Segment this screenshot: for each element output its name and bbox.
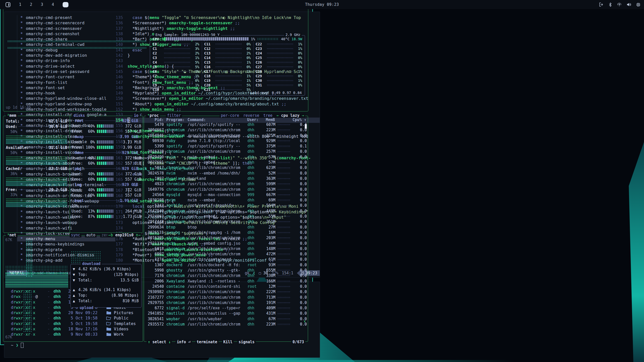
- process-row[interactable]: 2167277chromium/usr/lib/chromium/chromdh…: [146, 295, 306, 300]
- process-row[interactable]: 1307dockerd/usr/bin/dockerd -H fd:root93…: [146, 262, 306, 268]
- process-row[interactable]: 4923chromium/usr/lib/chromium/chromdhh59…: [146, 181, 306, 187]
- mem-graph: [6, 135, 67, 144]
- process-row[interactable]: 98930rubypuma 7.1.0 (tcp://localdhh929M0…: [146, 138, 306, 144]
- cpu-frequency: 2.9 GHz: [284, 33, 302, 37]
- workspace-4[interactable]: 4: [52, 2, 54, 7]
- workspace-2[interactable]: 2: [30, 2, 32, 7]
- cpu-core-row: C160%: [204, 65, 251, 69]
- process-row[interactable]: 6907chromium/usr/lib/chromium/chromdhh47…: [146, 252, 306, 257]
- disk-free-row: Free:60%557 GiB: [71, 161, 141, 166]
- process-row[interactable]: 3026541waybar/usr/bin/waybardhh67M0.0: [146, 316, 306, 322]
- cpu-core-row: C215%: [204, 87, 251, 92]
- terminal-cursor: [21, 343, 24, 348]
- process-row[interactable]: 2006XwaylandXwayland :1 -rootless -dhh16…: [146, 279, 306, 284]
- volume-icon[interactable]: [627, 3, 631, 7]
- net-tab[interactable]: ³net: [6, 233, 17, 237]
- process-row[interactable]: 3029490nvimnvim --embed .dhh57M0.0: [146, 155, 306, 160]
- cpu-core-row: C290%: [256, 74, 302, 78]
- process-row[interactable]: 2924063nvimnvim --embed .dhh55M0.0: [146, 214, 306, 219]
- mem-stat-percent: 33%: [6, 192, 67, 198]
- cpu-core-row: C101%: [153, 87, 199, 92]
- process-row[interactable]: 2941052nautilus/usr/bin/nautilus --gapdh…: [146, 311, 306, 316]
- mem-graph: [6, 177, 67, 186]
- process-row[interactable]: 3016305chromium/usr/lib/chromium/chromdh…: [146, 235, 306, 241]
- process-row[interactable]: 3024578nvimnvim --embed /home/dhh/dhh52M…: [146, 171, 306, 176]
- down-top: (125 Mibps): [87, 272, 139, 277]
- download-label: download: [81, 261, 102, 266]
- mem-tab[interactable]: ²mem: [6, 113, 17, 118]
- cpu-chip-icon[interactable]: [636, 3, 640, 7]
- process-row[interactable]: 3016338chromium/usr/lib/chromium/chromdh…: [146, 149, 306, 154]
- net-auto-toggle[interactable]: auto: [85, 233, 97, 237]
- workspace-3[interactable]: 3: [41, 2, 43, 7]
- net-interface-switcher[interactable]: ←b enp191s0 n→: [107, 233, 142, 237]
- process-row[interactable]: 2929755chromium/usr/lib/chromium/chromdh…: [146, 300, 306, 306]
- proc-reverse-toggle[interactable]: reverse: [243, 113, 259, 118]
- proc-column-headers[interactable]: Pid: Program: Command: User: MemB Cpu% ↑: [146, 118, 306, 122]
- process-row[interactable]: 5017chromium/usr/lib/chromium/chromdhh62…: [146, 165, 306, 170]
- proc-scrollbar-thumb[interactable]: [305, 124, 307, 129]
- process-row[interactable]: 7176chromium/usr/lib/chromium/chromdhh33…: [146, 273, 306, 278]
- process-row[interactable]: 24540containe/usr/bin/containerd-shiroot…: [146, 284, 306, 289]
- select-keys[interactable]: ↑ select ↓: [147, 340, 172, 344]
- uptime: up 1d 16:46: [6, 105, 31, 110]
- proc-tab[interactable]: ⁴proc: [146, 113, 160, 118]
- process-row[interactable]: 3004667chromium/usr/lib/chromium/chromdh…: [146, 127, 306, 133]
- process-row[interactable]: 5470spotify/opt/spotify/spotify --dhh607…: [146, 122, 306, 127]
- process-row[interactable]: 2921330nvimnvim --embed config.jsodhh46M…: [146, 241, 306, 246]
- cpu-core-row: C80%: [153, 78, 199, 83]
- process-row[interactable]: 2930982chromium/usr/lib/chromium/chromdh…: [146, 289, 306, 295]
- terminate-button[interactable]: terminate: [195, 340, 219, 344]
- net-scale-bottom: 67K: [5, 335, 12, 339]
- disk-name-row: home929 GiB: [71, 150, 141, 155]
- clock: Thursday 09:23: [305, 2, 339, 7]
- disk-free-row: Free:100%3.99 GiB: [71, 145, 141, 150]
- cpu-core-row: C260%: [256, 60, 302, 65]
- cpu-core-row: C310%: [256, 83, 302, 87]
- process-row[interactable]: 5998ghostty/usr/bin/ghostty --gtk-dhh655…: [146, 268, 306, 273]
- bluetooth-icon[interactable]: [609, 3, 612, 7]
- proc-scroll-down-icon[interactable]: ↓: [303, 319, 306, 323]
- process-row[interactable]: 5343spotify/opt/spotify/spotifydhh564M0.…: [146, 203, 306, 208]
- logout-icon[interactable]: [599, 3, 604, 7]
- process-row[interactable]: 1930108nvimnvim --embed .dhh69M0.0: [146, 198, 306, 203]
- cpu-core-row: C231%: [256, 46, 302, 51]
- up-total: 810 MiB: [92, 299, 139, 303]
- process-row[interactable]: 2999634btopbtopdhh27M0.0: [146, 225, 306, 230]
- process-row[interactable]: 5018chromium/usr/lib/chromium/chromdhh14…: [146, 246, 306, 252]
- disk-name-row: log929 GiB: [71, 182, 141, 187]
- process-row[interactable]: 1654946chromium/usr/lib/chromium/chromdh…: [146, 133, 306, 138]
- process-row[interactable]: 5399spotify/opt/spotify/spotify --dhh375…: [146, 144, 306, 149]
- btop-net-box: ³net sync auto zero ←b enp191s0 n→ 67K 6…: [3, 235, 143, 342]
- info-button[interactable]: info ⏎: [175, 340, 192, 344]
- proc-sort-control[interactable]: ← cpu lazy →: [277, 113, 304, 118]
- process-row[interactable]: 1647940chromium/usr/lib/chromium/chromdh…: [146, 208, 306, 214]
- process-row[interactable]: 1897HyprlandHyprlanddhh363M0.0: [146, 176, 306, 181]
- network-icon[interactable]: [617, 3, 622, 7]
- signals-button[interactable]: signals: [237, 340, 256, 344]
- proc-tree-toggle[interactable]: tree: [263, 113, 273, 118]
- process-row[interactable]: 24564mysqldmysqld --max-connection999667…: [146, 192, 306, 198]
- workspace-1[interactable]: 1: [19, 2, 21, 7]
- process-row[interactable]: 2917448chromium/usr/lib/chromium/chromdh…: [146, 219, 306, 224]
- process-row[interactable]: 1649776chromium/usr/lib/chromium/chromdh…: [146, 187, 306, 192]
- disk-name-row: swap3.99 GiB: [71, 134, 141, 139]
- launcher-icon[interactable]: [6, 2, 10, 7]
- proc-percore-toggle[interactable]: per-core: [221, 113, 239, 118]
- mem-stat-percent: 50%: [6, 129, 67, 135]
- proc-filter-button[interactable]: filter: [166, 113, 182, 118]
- process-row[interactable]: 6772signal-d/proc/self/exe --type=rdhh40…: [146, 306, 306, 311]
- process-row[interactable]: 3026531swaybg/usr/bin/swaybg -i /homdhh1…: [146, 230, 306, 235]
- cpu-core-row: C110%: [204, 42, 251, 46]
- net-sync-toggle[interactable]: sync: [70, 233, 81, 237]
- process-row[interactable]: 2935572chromium/usr/lib/chromium/chromdh…: [146, 322, 306, 327]
- cpu-core-row: C270%: [256, 65, 302, 69]
- cpu-model: Eng Sample: 100-000001243-50_Y: [154, 33, 221, 37]
- mem-stat-row: Total:62.1 GiB: [6, 119, 67, 124]
- workspace-active-indicator[interactable]: [63, 2, 68, 7]
- kill-button[interactable]: Kill: [222, 340, 234, 344]
- cpu-total-percent: 1%: [251, 37, 255, 41]
- process-row[interactable]: 3027691nvimnvim --embed .dhh57M0.0: [146, 160, 306, 165]
- cpu-core-row: C221%: [256, 42, 302, 46]
- process-row[interactable]: 1274containe/usr/bin/containerdroot61M0.…: [146, 257, 306, 262]
